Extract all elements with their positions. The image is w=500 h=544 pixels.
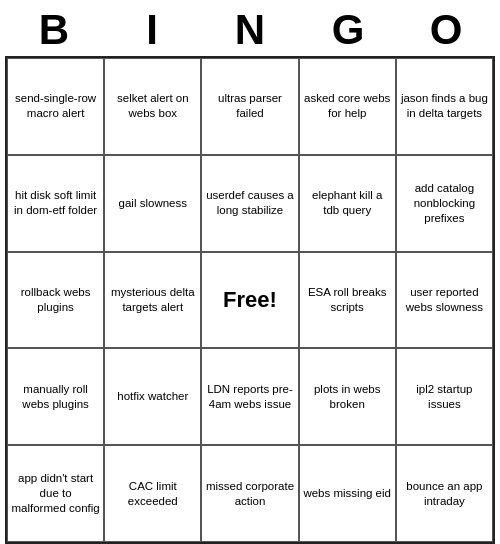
cell-text: bounce an app intraday xyxy=(400,479,489,509)
bingo-grid: send-single-row macro alertselket alert … xyxy=(5,56,495,544)
cell-text: manually roll webs plugins xyxy=(11,382,100,412)
bingo-cell[interactable]: user reported webs slowness xyxy=(396,252,493,349)
cell-text: plots in webs broken xyxy=(303,382,392,412)
cell-text: hotfix watcher xyxy=(117,389,188,404)
bingo-cell[interactable]: elephant kill a tdb query xyxy=(299,155,396,252)
bingo-letter: I xyxy=(107,6,197,54)
bingo-cell[interactable]: userdef causes a long stabilize xyxy=(201,155,298,252)
bingo-cell[interactable]: asked core webs for help xyxy=(299,58,396,155)
cell-text: mysterious delta targets alert xyxy=(108,285,197,315)
bingo-cell[interactable]: Free! xyxy=(201,252,298,349)
bingo-letter: G xyxy=(303,6,393,54)
cell-text: asked core webs for help xyxy=(303,91,392,121)
cell-text: userdef causes a long stabilize xyxy=(205,188,294,218)
bingo-letter: O xyxy=(401,6,491,54)
bingo-cell[interactable]: send-single-row macro alert xyxy=(7,58,104,155)
bingo-cell[interactable]: ipl2 startup issues xyxy=(396,348,493,445)
bingo-cell[interactable]: add catalog nonblocking prefixes xyxy=(396,155,493,252)
bingo-cell[interactable]: CAC limit exceeded xyxy=(104,445,201,542)
bingo-cell[interactable]: plots in webs broken xyxy=(299,348,396,445)
cell-text: ultras parser failed xyxy=(205,91,294,121)
cell-text: send-single-row macro alert xyxy=(11,91,100,121)
bingo-cell[interactable]: app didn't start due to malformed config xyxy=(7,445,104,542)
bingo-cell[interactable]: hotfix watcher xyxy=(104,348,201,445)
cell-text: rollback webs plugins xyxy=(11,285,100,315)
cell-text: CAC limit exceeded xyxy=(108,479,197,509)
bingo-cell[interactable]: ultras parser failed xyxy=(201,58,298,155)
cell-text: app didn't start due to malformed config xyxy=(11,471,100,516)
cell-text: user reported webs slowness xyxy=(400,285,489,315)
bingo-cell[interactable]: manually roll webs plugins xyxy=(7,348,104,445)
bingo-cell[interactable]: gail slowness xyxy=(104,155,201,252)
bingo-cell[interactable]: mysterious delta targets alert xyxy=(104,252,201,349)
bingo-cell[interactable]: hit disk soft limit in dom-etf folder xyxy=(7,155,104,252)
cell-text: elephant kill a tdb query xyxy=(303,188,392,218)
bingo-cell[interactable]: missed corporate action xyxy=(201,445,298,542)
bingo-cell[interactable]: ESA roll breaks scripts xyxy=(299,252,396,349)
bingo-cell[interactable]: selket alert on webs box xyxy=(104,58,201,155)
bingo-cell[interactable]: bounce an app intraday xyxy=(396,445,493,542)
bingo-cell[interactable]: rollback webs plugins xyxy=(7,252,104,349)
bingo-letter: B xyxy=(9,6,99,54)
cell-text: Free! xyxy=(223,286,277,315)
bingo-letter: N xyxy=(205,6,295,54)
cell-text: missed corporate action xyxy=(205,479,294,509)
bingo-cell[interactable]: LDN reports pre-4am webs issue xyxy=(201,348,298,445)
cell-text: hit disk soft limit in dom-etf folder xyxy=(11,188,100,218)
cell-text: gail slowness xyxy=(119,196,187,211)
bingo-cell[interactable]: webs missing eid xyxy=(299,445,396,542)
cell-text: webs missing eid xyxy=(303,486,391,501)
cell-text: jason finds a bug in delta targets xyxy=(400,91,489,121)
bingo-cell[interactable]: jason finds a bug in delta targets xyxy=(396,58,493,155)
cell-text: LDN reports pre-4am webs issue xyxy=(205,382,294,412)
bingo-title: BINGO xyxy=(5,0,495,56)
cell-text: add catalog nonblocking prefixes xyxy=(400,181,489,226)
cell-text: ipl2 startup issues xyxy=(400,382,489,412)
cell-text: selket alert on webs box xyxy=(108,91,197,121)
cell-text: ESA roll breaks scripts xyxy=(303,285,392,315)
